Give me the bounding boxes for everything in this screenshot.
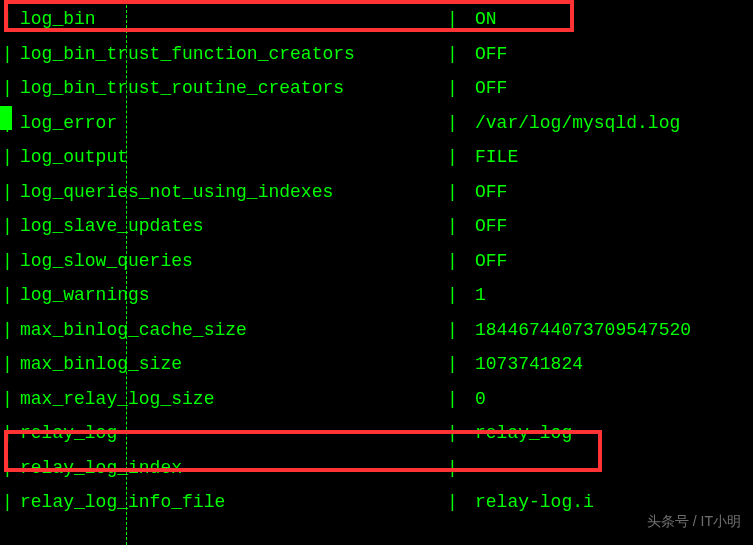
- table-row: | log_queries_not_using_indexes | OFF: [0, 175, 753, 210]
- variable-value: 0: [460, 389, 486, 409]
- column-separator: |: [445, 216, 460, 236]
- variable-value: ON: [460, 9, 497, 29]
- column-separator: |: [445, 147, 460, 167]
- column-separator: |: [445, 113, 460, 133]
- column-separator: |: [445, 458, 460, 478]
- variable-name: max_binlog_size: [15, 354, 445, 374]
- mysql-variables-output: | log_bin | ON | log_bin_trust_function_…: [0, 0, 753, 522]
- variable-value: relay_log: [460, 423, 572, 443]
- variable-value: FILE: [460, 147, 518, 167]
- variable-name: relay_log_index: [15, 458, 445, 478]
- column-separator: |: [445, 423, 460, 443]
- variable-value: /var/log/mysqld.log: [460, 113, 680, 133]
- table-row: | relay_log_index |: [0, 451, 753, 486]
- column-separator: |: [0, 182, 15, 202]
- table-row: | relay_log | relay_log: [0, 416, 753, 451]
- variable-name: log_bin_trust_function_creators: [15, 44, 445, 64]
- table-row: | log_output | FILE: [0, 140, 753, 175]
- variable-value: 1073741824: [460, 354, 583, 374]
- column-separator: |: [445, 44, 460, 64]
- variable-name: max_binlog_cache_size: [15, 320, 445, 340]
- column-separator: |: [0, 9, 15, 29]
- column-separator: |: [445, 389, 460, 409]
- column-separator: |: [0, 44, 15, 64]
- column-divider: [126, 0, 127, 545]
- column-separator: |: [0, 354, 15, 374]
- variable-name: log_queries_not_using_indexes: [15, 182, 445, 202]
- variable-name: relay_log_info_file: [15, 492, 445, 512]
- column-separator: |: [0, 251, 15, 271]
- variable-name: max_relay_log_size: [15, 389, 445, 409]
- variable-value: OFF: [460, 78, 507, 98]
- column-separator: |: [445, 78, 460, 98]
- table-row: | log_error | /var/log/mysqld.log: [0, 106, 753, 141]
- variable-value: relay-log.i: [460, 492, 594, 512]
- variable-value: OFF: [460, 44, 507, 64]
- variable-value: OFF: [460, 182, 507, 202]
- column-separator: |: [0, 320, 15, 340]
- column-separator: |: [445, 492, 460, 512]
- column-separator: |: [0, 216, 15, 236]
- variable-name: log_output: [15, 147, 445, 167]
- watermark-text: 头条号 / IT小明: [647, 513, 741, 531]
- column-separator: |: [0, 492, 15, 512]
- column-separator: |: [0, 458, 15, 478]
- variable-name: log_warnings: [15, 285, 445, 305]
- column-separator: |: [445, 251, 460, 271]
- table-row: | max_binlog_cache_size | 18446744073709…: [0, 313, 753, 348]
- column-separator: |: [445, 182, 460, 202]
- table-row: | log_slave_updates | OFF: [0, 209, 753, 244]
- cursor-indicator: [0, 106, 12, 130]
- column-separator: |: [0, 78, 15, 98]
- table-row: | max_relay_log_size | 0: [0, 382, 753, 417]
- variable-name: log_slave_updates: [15, 216, 445, 236]
- variable-name: log_bin: [15, 9, 445, 29]
- column-separator: |: [0, 423, 15, 443]
- column-separator: |: [445, 285, 460, 305]
- column-separator: |: [0, 147, 15, 167]
- column-separator: |: [445, 9, 460, 29]
- variable-name: relay_log: [15, 423, 445, 443]
- table-row: | log_slow_queries | OFF: [0, 244, 753, 279]
- variable-name: log_slow_queries: [15, 251, 445, 271]
- table-row: | max_binlog_size | 1073741824: [0, 347, 753, 382]
- column-separator: |: [445, 320, 460, 340]
- table-row: | log_bin_trust_routine_creators | OFF: [0, 71, 753, 106]
- table-row: | relay_log_info_file | relay-log.i: [0, 485, 753, 520]
- table-row: | log_bin_trust_function_creators | OFF: [0, 37, 753, 72]
- variable-name: log_error: [15, 113, 445, 133]
- column-separator: |: [0, 285, 15, 305]
- variable-value: 18446744073709547520: [460, 320, 691, 340]
- variable-name: log_bin_trust_routine_creators: [15, 78, 445, 98]
- column-separator: |: [0, 389, 15, 409]
- variable-value: OFF: [460, 251, 507, 271]
- table-row: | log_warnings | 1: [0, 278, 753, 313]
- variable-value: 1: [460, 285, 486, 305]
- column-separator: |: [445, 354, 460, 374]
- variable-value: OFF: [460, 216, 507, 236]
- table-row: | log_bin | ON: [0, 2, 753, 37]
